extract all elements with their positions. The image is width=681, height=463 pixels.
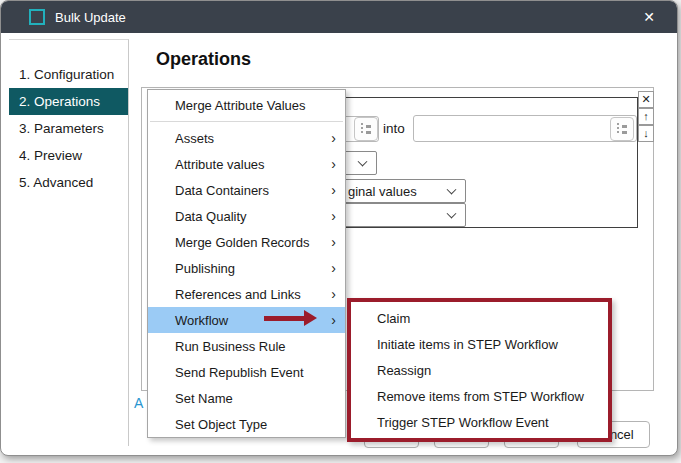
hierarchy-picker-icon[interactable]	[610, 117, 634, 141]
submenu-chevron-icon: ›	[331, 286, 336, 302]
submenu-item-remove-items[interactable]: Remove items from STEP Workflow	[351, 383, 608, 409]
menu-item-set-object-type[interactable]: Set Object Type	[148, 411, 345, 437]
hierarchy-picker-icon[interactable]	[354, 117, 378, 141]
sidebar-item-preview[interactable]: 4. Preview	[9, 142, 128, 169]
menu-item-references-and-links[interactable]: References and Links ›	[148, 281, 345, 307]
submenu-chevron-icon: ›	[331, 234, 336, 250]
move-up-icon[interactable]: ↑	[638, 108, 654, 125]
menu-item-data-containers[interactable]: Data Containers ›	[148, 177, 345, 203]
annotation-arrow-head	[304, 310, 317, 326]
menu-item-attribute-values[interactable]: Attribute values ›	[148, 151, 345, 177]
submenu-item-label: Reassign	[377, 363, 431, 378]
chevron-down-icon	[447, 209, 457, 219]
submenu-chevron-icon: ›	[331, 130, 336, 146]
app-icon	[29, 9, 45, 25]
submenu-chevron-icon: ›	[331, 156, 336, 172]
menu-item-publishing[interactable]: Publishing ›	[148, 255, 345, 281]
move-down-icon[interactable]: ↓	[638, 125, 654, 142]
menu-item-label: Run Business Rule	[175, 339, 286, 354]
annotation-arrow	[264, 316, 305, 321]
submenu-item-trigger-event[interactable]: Trigger STEP Workflow Event	[351, 409, 608, 435]
tree-icon	[359, 122, 373, 136]
submenu-chevron-icon: ›	[331, 208, 336, 224]
wizard-steps-sidebar: 1. Configuration 2. Operations 3. Parame…	[9, 39, 129, 446]
delete-operation-icon[interactable]: ✕	[638, 91, 654, 108]
into-label: into	[383, 121, 405, 136]
menu-item-run-business-rule[interactable]: Run Business Rule	[148, 333, 345, 359]
menu-item-label: Publishing	[175, 261, 235, 276]
menu-item-label: Data Quality	[175, 209, 247, 224]
menu-item-label: Set Object Type	[175, 417, 267, 432]
menu-item-assets[interactable]: Assets ›	[148, 125, 345, 151]
menu-item-send-republish-event[interactable]: Send Republish Event	[148, 359, 345, 385]
chevron-down-icon	[358, 157, 368, 167]
window-title: Bulk Update	[55, 10, 126, 25]
submenu-item-label: Initiate items in STEP Workflow	[377, 337, 558, 352]
sidebar-item-operations[interactable]: 2. Operations	[9, 88, 128, 115]
submenu-item-claim[interactable]: Claim	[351, 305, 608, 331]
page-title: Operations	[156, 49, 251, 70]
window-close-icon[interactable]: ✕	[629, 1, 669, 33]
submenu-chevron-icon: ›	[331, 182, 336, 198]
submenu-item-label: Claim	[377, 311, 410, 326]
submenu-item-label: Remove items from STEP Workflow	[377, 389, 584, 404]
workflow-submenu-annotation-box: Claim Initiate items in STEP Workflow Re…	[347, 298, 612, 442]
menu-separator	[150, 121, 343, 122]
sidebar-item-advanced[interactable]: 5. Advanced	[9, 169, 128, 196]
menu-item-set-name[interactable]: Set Name	[148, 385, 345, 411]
submenu-item-reassign[interactable]: Reassign	[351, 357, 608, 383]
submenu-chevron-icon: ›	[331, 312, 336, 328]
menu-item-merge-golden-records[interactable]: Merge Golden Records ›	[148, 229, 345, 255]
menu-item-merge-attribute-values[interactable]: Merge Attribute Values	[148, 92, 345, 118]
menu-item-label: Workflow	[175, 313, 228, 328]
target-attribute-field[interactable]	[413, 115, 637, 142]
menu-item-data-quality[interactable]: Data Quality ›	[148, 203, 345, 229]
sidebar-item-parameters[interactable]: 3. Parameters	[9, 115, 128, 142]
submenu-item-initiate-items[interactable]: Initiate items in STEP Workflow	[351, 331, 608, 357]
add-operation-link[interactable]: A	[134, 395, 143, 411]
chevron-down-icon	[447, 185, 457, 195]
menu-item-label: Set Name	[175, 391, 233, 406]
title-bar: Bulk Update ✕	[1, 1, 677, 33]
menu-item-label: References and Links	[175, 287, 301, 302]
menu-item-label: Merge Golden Records	[175, 235, 309, 250]
submenu-chevron-icon: ›	[331, 260, 336, 276]
menu-item-label: Send Republish Event	[175, 365, 304, 380]
menu-item-label: Attribute values	[175, 157, 265, 172]
operations-context-menu: Merge Attribute Values Assets › Attribut…	[147, 89, 346, 438]
tree-icon	[615, 122, 629, 136]
sidebar-item-configuration[interactable]: 1. Configuration	[9, 61, 128, 88]
menu-item-label: Assets	[175, 131, 214, 146]
menu-item-label: Data Containers	[175, 183, 269, 198]
submenu-item-label: Trigger STEP Workflow Event	[377, 415, 549, 430]
bulk-update-dialog: Bulk Update ✕ 1. Configuration 2. Operat…	[0, 0, 678, 456]
menu-item-label: Merge Attribute Values	[175, 98, 306, 113]
